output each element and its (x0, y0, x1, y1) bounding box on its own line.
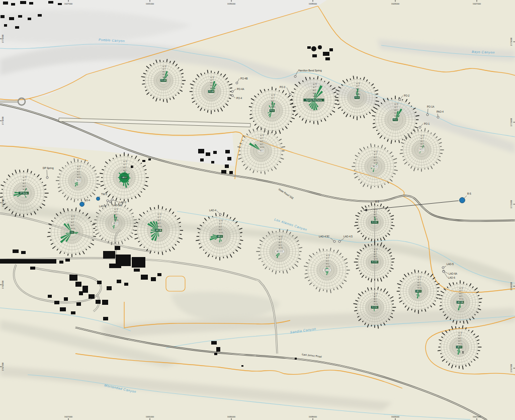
rose-outer-tick (327, 116, 328, 117)
rose-outer-tick (237, 147, 240, 147)
station-label: PO-1A (427, 106, 435, 108)
rose-scale-label: 0.5 (376, 303, 378, 305)
rose-outer-tick (334, 104, 337, 104)
rose-outer-tick (81, 160, 81, 162)
grid-coordinate-label: 1643000 (391, 415, 400, 418)
building-footprint (134, 269, 140, 272)
rose-scale-label: 10 (460, 332, 462, 334)
rose-outer-tick (440, 153, 443, 153)
rose-outer-tick (399, 140, 399, 143)
rose-outer-tick (305, 274, 308, 274)
station-label: PO-4B (240, 77, 247, 80)
building-footprint (102, 300, 108, 305)
rose-outer-tick (68, 208, 68, 211)
rose-outer-tick (260, 244, 261, 245)
rose-outer-tick (283, 230, 284, 232)
rose-outer-tick (323, 248, 323, 250)
station-label: PO-1 (424, 123, 430, 125)
rose-outer-tick (367, 114, 367, 115)
station-label: DP Spring (43, 167, 54, 170)
station-label: LAO-4.5 (344, 235, 353, 238)
rose-outer-tick (181, 87, 182, 88)
r5-rose-label: R-5 (375, 201, 379, 203)
building-footprint (323, 52, 329, 56)
rose-scale-label: 0.5 (221, 232, 223, 234)
rose-outer-tick (91, 221, 92, 221)
rose-outer-tick (317, 76, 318, 79)
building-footprint (325, 57, 330, 60)
grid-coordinate-label: 1631000 (146, 415, 154, 418)
rose-outer-tick (265, 128, 265, 131)
rose-outer-tick (440, 305, 442, 306)
rose-outer-tick (250, 114, 252, 115)
well-marker (460, 198, 465, 203)
rose-outer-tick (147, 211, 147, 212)
rose-outer-tick (93, 236, 96, 236)
building-footprint (221, 170, 226, 174)
rose-outer-tick (105, 166, 106, 166)
rose-outer-tick (467, 284, 467, 285)
rose-outer-tick (439, 156, 441, 157)
rose-outer-tick (68, 254, 68, 256)
building-footprint (79, 291, 83, 295)
rose-outer-tick (238, 154, 241, 155)
grid-coordinate-label: 1639000 (309, 415, 317, 418)
rose-outer-tick (402, 139, 403, 140)
rose-outer-tick (162, 206, 162, 209)
building-footprint (60, 307, 66, 311)
building-footprint (295, 358, 297, 360)
station-marker (294, 75, 296, 77)
rose-outer-tick (57, 177, 60, 178)
rose-outer-tick (437, 288, 440, 288)
rose-outer-tick (378, 287, 378, 290)
building-footprint (15, 26, 19, 29)
rose-outer-tick (94, 220, 97, 220)
rose-outer-tick (367, 146, 368, 148)
rose-scale-label: 10 (221, 220, 223, 222)
station-label: Hamilton Bend Spring (298, 69, 322, 72)
rose-outer-tick (154, 207, 155, 209)
rose-outer-tick (378, 279, 378, 281)
rose-outer-tick (336, 94, 338, 95)
building-footprint (20, 1, 26, 4)
rose-scale-label: 10 (25, 176, 27, 178)
grid-coordinate-label: 1771000 (2, 198, 4, 207)
grid-coordinate-label: 1775000 (2, 34, 4, 43)
rose-outer-tick (166, 209, 166, 210)
rose-scale-label: 10 (358, 82, 360, 85)
rose-outer-tick (372, 116, 375, 116)
building-footprint (124, 283, 128, 286)
building-footprint (198, 149, 204, 153)
rose-center-label: Hamilton Bend Spring (306, 99, 321, 101)
building-footprint (131, 165, 133, 168)
rose-center-label: LAO-3 (113, 222, 117, 224)
station-label: PO-4A (237, 88, 244, 91)
rose-outer-tick (354, 116, 354, 119)
rose-outer-tick (456, 326, 456, 329)
building-footprint (103, 251, 115, 259)
building-footprint (307, 46, 311, 49)
rose-scale-label: 0.5 (460, 343, 462, 345)
grid-coordinate-label: 1769000 (2, 280, 4, 289)
building-footprint (65, 259, 70, 262)
station-marker (333, 240, 335, 242)
rose-outer-tick (96, 216, 98, 217)
building-footprint (48, 295, 52, 298)
rose-outer-tick (133, 216, 134, 217)
rose-outer-tick (198, 232, 200, 233)
rose-outer-tick (386, 321, 387, 322)
rose-outer-tick (431, 133, 432, 134)
rose-outer-tick (290, 104, 293, 104)
rose-center-label: PO-4 (270, 110, 274, 112)
station-label: LAO-3 (119, 201, 126, 204)
building-footprint (71, 311, 75, 314)
rose-outer-tick (371, 288, 372, 290)
rose-outer-tick (81, 199, 81, 201)
station-label: LAO-3A (113, 204, 122, 207)
building-footprint (107, 286, 112, 290)
building-footprint (97, 281, 102, 284)
rose-scale-label: 10 (212, 76, 214, 78)
rose-outer-tick (182, 77, 184, 77)
rose-outer-tick (134, 219, 137, 220)
rose-outer-tick (134, 234, 137, 234)
